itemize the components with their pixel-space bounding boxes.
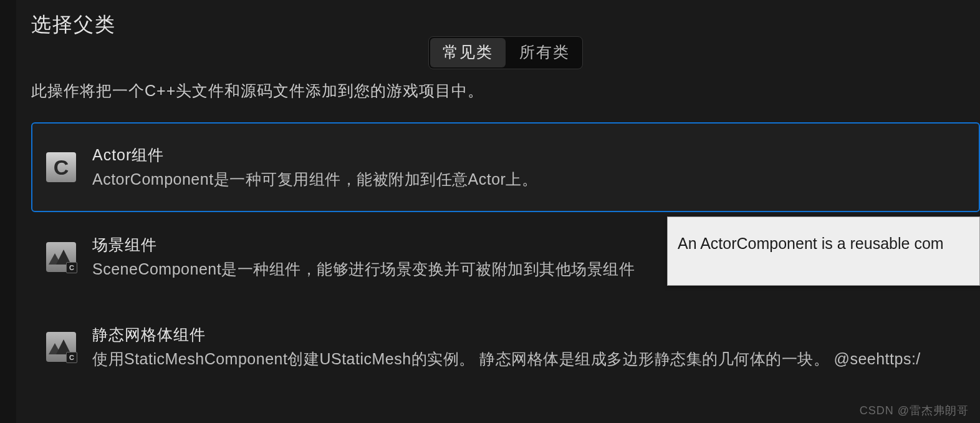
class-name-label: Actor组件 [92,145,965,165]
class-name-label: 静态网格体组件 [92,324,965,345]
scene-class-icon: C [46,332,76,362]
watermark: CSDN @雷杰弗朗哥 [860,403,969,418]
c-class-icon: C [46,152,76,182]
class-desc-label: 使用StaticMeshComponent创建UStaticMesh的实例。 静… [92,349,965,369]
class-desc-label: ActorComponent是一种可复用组件，能被附加到任意Actor上。 [92,169,965,190]
parent-class-panel: 选择父类 常见类 所有类 此操作将把一个C++头文件和源码文件添加到您的游戏项目… [16,0,980,423]
page-title: 选择父类 [31,11,980,39]
class-item-text: Actor组件 ActorComponent是一种可复用组件，能被附加到任意Ac… [92,145,965,190]
class-filter-tabs: 常见类 所有类 [31,36,980,69]
scene-class-icon: C [46,242,76,272]
operation-description: 此操作将把一个C++头文件和源码文件添加到您的游戏项目中。 [31,80,980,101]
tab-pill: 常见类 所有类 [428,36,583,69]
tooltip-content: An ActorComponent is a reusable com [667,216,980,286]
tab-all-classes[interactable]: 所有类 [507,37,582,69]
class-item-actor-component[interactable]: C Actor组件 ActorComponent是一种可复用组件，能被附加到任意… [31,122,980,212]
tab-common-classes[interactable]: 常见类 [430,38,506,67]
class-item-text: 静态网格体组件 使用StaticMeshComponent创建UStaticMe… [92,324,965,369]
class-item-static-mesh-component[interactable]: C 静态网格体组件 使用StaticMeshComponent创建UStatic… [31,302,980,392]
